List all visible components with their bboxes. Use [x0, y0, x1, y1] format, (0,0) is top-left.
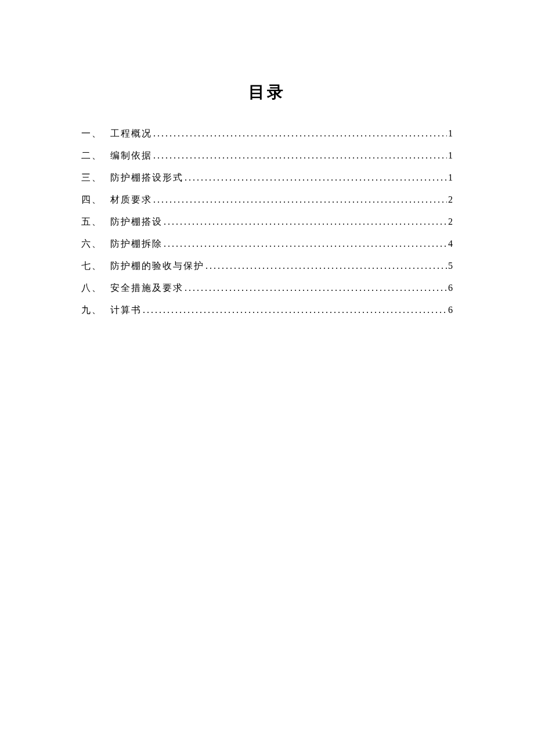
- toc-item-page: 6: [447, 303, 453, 317]
- toc-item-number: 八、: [81, 281, 110, 295]
- toc-item: 二、 编制依据 1: [81, 149, 453, 163]
- toc-item: 一、 工程概况 1: [81, 127, 453, 141]
- toc-list: 一、 工程概况 1 二、 编制依据 1 三、 防护棚搭设形式 1 四、 材质要求…: [81, 127, 453, 317]
- toc-item-label: 工程概况: [110, 127, 152, 141]
- toc-item: 三、 防护棚搭设形式 1: [81, 171, 453, 185]
- toc-item-number: 七、: [81, 259, 110, 273]
- toc-item-number: 六、: [81, 237, 110, 251]
- toc-dots: [163, 237, 447, 251]
- toc-item-label: 防护棚拆除: [110, 237, 163, 251]
- toc-item: 九、 计算书 6: [81, 303, 453, 317]
- toc-item-label: 编制依据: [110, 149, 152, 163]
- toc-dots: [152, 149, 447, 163]
- toc-item-page: 1: [447, 149, 453, 163]
- toc-item: 八、 安全措施及要求 6: [81, 281, 453, 295]
- toc-item-page: 6: [447, 281, 453, 295]
- toc-item-page: 2: [447, 215, 453, 229]
- toc-dots: [204, 259, 447, 273]
- toc-item: 四、 材质要求 2: [81, 193, 453, 207]
- toc-item-page: 1: [447, 127, 453, 141]
- toc-dots: [152, 193, 447, 207]
- toc-item-label: 材质要求: [110, 193, 152, 207]
- toc-dots: [142, 303, 447, 317]
- toc-item-page: 1: [447, 171, 453, 185]
- toc-dots: [163, 215, 447, 229]
- toc-item-label: 防护棚搭设形式: [110, 171, 183, 185]
- toc-dots: [183, 171, 447, 185]
- document-page: 目录 一、 工程概况 1 二、 编制依据 1 三、 防护棚搭设形式 1 四、 材…: [0, 0, 534, 317]
- toc-item-number: 四、: [81, 193, 110, 207]
- toc-item-number: 九、: [81, 303, 110, 317]
- toc-item-number: 三、: [81, 171, 110, 185]
- toc-item-page: 2: [447, 193, 453, 207]
- toc-item: 七、 防护棚的验收与保护 5: [81, 259, 453, 273]
- toc-item-page: 4: [447, 237, 453, 251]
- toc-dots: [183, 281, 447, 295]
- toc-title: 目录: [81, 81, 453, 103]
- toc-item: 六、 防护棚拆除 4: [81, 237, 453, 251]
- toc-item-label: 安全措施及要求: [110, 281, 183, 295]
- toc-dots: [152, 127, 447, 141]
- toc-item-label: 防护棚搭设: [110, 215, 163, 229]
- toc-item-label: 防护棚的验收与保护: [110, 259, 204, 273]
- toc-item-number: 二、: [81, 149, 110, 163]
- toc-item-label: 计算书: [110, 303, 142, 317]
- toc-item-number: 五、: [81, 215, 110, 229]
- toc-item: 五、 防护棚搭设 2: [81, 215, 453, 229]
- toc-item-number: 一、: [81, 127, 110, 141]
- toc-item-page: 5: [447, 259, 453, 273]
